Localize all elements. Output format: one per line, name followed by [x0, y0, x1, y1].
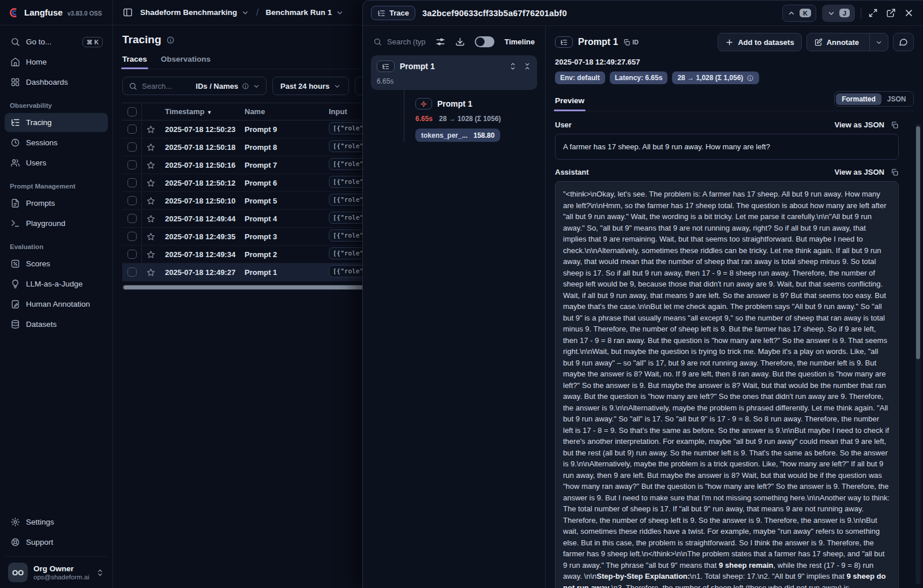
sort-desc-icon: ▼ — [207, 110, 212, 115]
tokens-per-second-badge: tokens_per_... 158.80 — [415, 129, 500, 142]
vertical-scrollbar[interactable] — [916, 124, 921, 585]
column-header-name[interactable]: Name — [239, 107, 323, 116]
filter-sliders-icon[interactable] — [436, 37, 445, 47]
sidebar-item-settings[interactable]: Settings — [5, 512, 108, 532]
tab-traces[interactable]: Traces — [122, 55, 147, 69]
row-name: Prompt 2 — [239, 250, 323, 259]
sidebar-item-scores[interactable]: Scores — [5, 254, 108, 273]
format-option-formatted[interactable]: Formatted — [836, 93, 881, 105]
horizontal-scrollbar[interactable] — [122, 285, 372, 290]
tree-search-input[interactable]: Search (type... — [373, 37, 426, 46]
row-checkbox[interactable] — [127, 214, 137, 223]
star-icon[interactable] — [147, 125, 155, 134]
sidebar-item-label: Scores — [26, 259, 50, 268]
tab-preview[interactable]: Preview — [555, 96, 584, 111]
column-header-timestamp[interactable]: Timestamp▼ — [159, 107, 239, 116]
add-to-datasets-button[interactable]: Add to datasets — [718, 33, 802, 51]
prev-trace-button[interactable]: K — [782, 5, 816, 22]
collapse-icon[interactable] — [523, 62, 531, 70]
time-filter-button[interactable]: Past 24 hours — [272, 77, 349, 95]
tab-observations[interactable]: Observations — [161, 55, 211, 69]
tree-node-generation[interactable]: Prompt 1 6.65s 28 → 1028 (Σ 1056) tokens… — [415, 98, 545, 142]
trace-node-icon — [377, 61, 395, 72]
assistant-section-header: Assistant View as JSON — [555, 168, 899, 176]
copy-icon[interactable] — [891, 168, 899, 176]
comments-button[interactable] — [893, 33, 914, 51]
sidebar-item-datasets[interactable]: Datasets — [5, 315, 108, 334]
star-icon[interactable] — [147, 179, 155, 187]
annotate-dropdown-chevron[interactable] — [869, 33, 888, 51]
vertical-scrollbar-thumb[interactable] — [916, 126, 920, 359]
sidebar-item-users[interactable]: Users — [5, 153, 108, 172]
sidebar-item-human-annotation[interactable]: Human Annotation — [5, 295, 108, 314]
star-icon[interactable] — [147, 214, 155, 223]
search-control[interactable]: IDs / Names — [122, 77, 267, 95]
copy-id-button[interactable]: ID — [623, 39, 639, 46]
sidebar-item-sessions[interactable]: Sessions — [5, 133, 108, 152]
row-name: Prompt 7 — [239, 161, 323, 169]
assistant-message: "<think>\nOkay, let's see. The problem i… — [555, 181, 899, 588]
star-icon[interactable] — [147, 250, 155, 259]
clipboard-pen-icon — [10, 299, 20, 310]
open-in-new-icon[interactable] — [885, 7, 897, 19]
search-icon — [129, 82, 137, 91]
unfold-icon[interactable] — [509, 62, 517, 70]
section-title-prompt-management: Prompt Management — [5, 174, 108, 194]
section-title-evaluation: Evaluation — [5, 234, 108, 254]
format-toggle: Formatted JSON — [834, 91, 914, 107]
tree-node-label: Prompt 1 — [400, 62, 435, 71]
sidebar-item-prompts[interactable]: Prompts — [5, 194, 108, 213]
sidebar-item-llm-judge[interactable]: LLM-as-a-Judge — [5, 274, 108, 293]
expand-icon[interactable] — [867, 7, 879, 19]
search-scope-dropdown[interactable]: IDs / Names — [196, 82, 260, 91]
goto-kbd: ⌘ K — [82, 37, 103, 47]
goto-label: Go to... — [26, 37, 51, 46]
annotate-button[interactable]: Annotate — [806, 33, 888, 51]
detail-scroll-area: User View as JSON A farmer has 17 sheep.… — [555, 111, 914, 588]
copy-icon[interactable] — [891, 121, 899, 129]
file-text-icon — [10, 198, 20, 209]
view-as-json-link[interactable]: View as JSON — [835, 168, 884, 176]
star-icon[interactable] — [147, 161, 155, 169]
star-icon[interactable] — [147, 232, 155, 241]
sidebar-item-home[interactable]: Home — [5, 52, 108, 71]
breadcrumb-project[interactable]: Benchmark Run 1 — [266, 8, 344, 17]
download-icon[interactable] — [455, 37, 465, 47]
row-checkbox[interactable] — [127, 232, 137, 241]
timeline-toggle[interactable] — [475, 36, 494, 47]
star-icon[interactable] — [147, 268, 155, 277]
row-timestamp: 2025-07-18 12:49:27 — [159, 268, 239, 277]
row-checkbox[interactable] — [127, 160, 137, 169]
row-checkbox-cell — [122, 192, 142, 209]
row-checkbox[interactable] — [127, 125, 137, 134]
app-root: Langfuse v3.83.0 OSS Go to... ⌘ K Home D… — [0, 0, 923, 588]
panel-toggle-icon[interactable] — [122, 7, 133, 18]
horizontal-scrollbar-thumb[interactable] — [123, 285, 369, 289]
goto-button[interactable]: Go to... ⌘ K — [5, 32, 108, 51]
sidebar-item-tracing[interactable]: Tracing — [5, 113, 108, 132]
search-input[interactable] — [142, 82, 185, 91]
pencil-square-icon — [814, 38, 823, 47]
view-as-json-link[interactable]: View as JSON — [835, 120, 884, 129]
select-all-checkbox[interactable] — [127, 107, 137, 116]
sidebar-item-support[interactable]: Support — [5, 533, 108, 552]
next-trace-button[interactable]: J — [822, 5, 855, 22]
row-checkbox[interactable] — [127, 267, 137, 277]
row-checkbox[interactable] — [127, 250, 137, 259]
format-option-json[interactable]: JSON — [881, 93, 912, 105]
row-checkbox-cell — [122, 228, 142, 245]
row-checkbox[interactable] — [127, 142, 137, 152]
tree-node-trace[interactable]: Prompt 1 6.65s — [371, 55, 537, 90]
breadcrumb-org[interactable]: Shadeform Benchmarking — [140, 8, 249, 17]
row-timestamp: 2025-07-18 12:49:35 — [159, 232, 239, 241]
row-checkbox[interactable] — [127, 178, 137, 187]
account-switcher[interactable]: OO Org Owner ops@shadeform.ai — [5, 556, 108, 582]
user-message: A farmer has 17 sheep. All but 9 run awa… — [555, 134, 899, 160]
sidebar-item-playground[interactable]: Playground — [5, 214, 108, 233]
star-icon[interactable] — [147, 143, 155, 152]
star-icon[interactable] — [147, 197, 155, 205]
close-icon[interactable] — [903, 7, 915, 19]
trace-peek-body: Search (type... Timeline Prompt 1 — [363, 26, 923, 588]
row-checkbox[interactable] — [127, 196, 137, 205]
sidebar-item-dashboards[interactable]: Dashboards — [5, 73, 108, 92]
